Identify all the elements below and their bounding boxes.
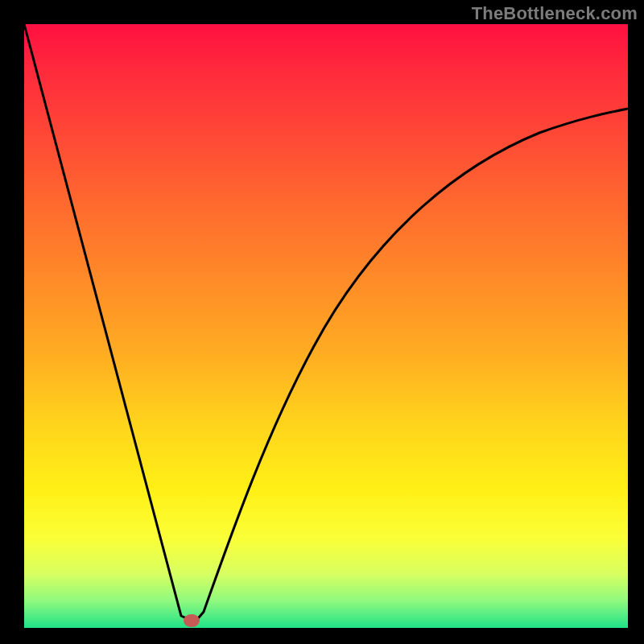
chart-canvas bbox=[24, 24, 628, 628]
chart-stage: TheBottleneck.com bbox=[0, 0, 644, 644]
attribution-label: TheBottleneck.com bbox=[472, 3, 638, 24]
plot-area bbox=[24, 24, 628, 628]
min-marker-dot bbox=[184, 614, 200, 627]
bottleneck-curve bbox=[24, 24, 628, 622]
